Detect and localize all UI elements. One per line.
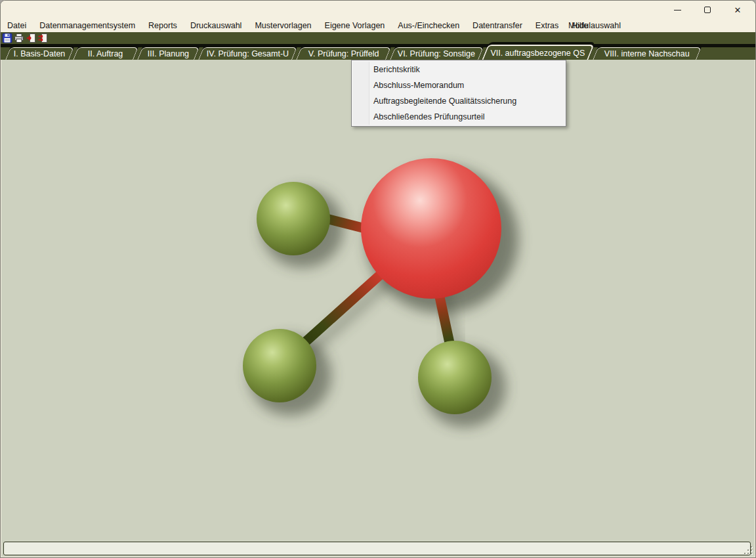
maximize-button[interactable]	[692, 1, 723, 19]
menu-bar: Datei Datenmanagementsystem Reports Druc…	[1, 19, 755, 32]
menu-aus-einchecken[interactable]: Aus-/Einchecken	[391, 19, 466, 32]
tab-auftrag[interactable]: II. Auftrag	[73, 47, 138, 60]
checkin-document-icon	[26, 33, 36, 43]
maximize-icon	[704, 7, 711, 13]
save-button[interactable]	[1, 33, 13, 44]
tab-strip: I. Basis-Daten II. Auftrag III. Planung …	[1, 44, 755, 60]
tab-pruefung-prueffeld[interactable]: V. Prüfung: Prüffeld	[296, 47, 391, 60]
menu-extras[interactable]: Extras	[529, 19, 565, 32]
resize-grip[interactable]	[744, 546, 753, 555]
menu-item-berichtskritik[interactable]: Berichtskritik	[353, 62, 564, 77]
tab-pruefung-sonstige[interactable]: VI. Prüfung: Sonstige	[390, 47, 484, 60]
menu-item-abschluss-memorandum[interactable]: Abschluss-Memorandum	[353, 77, 564, 93]
menu-reports[interactable]: Reports	[142, 19, 184, 32]
close-button[interactable]: ✕	[723, 1, 753, 19]
tab-basis-daten[interactable]: I. Basis-Daten	[5, 47, 74, 60]
menu-eigene-vorlagen[interactable]: Eigene Vorlagen	[318, 19, 392, 32]
menu-item-abschliessendes-pruefungsurteil[interactable]: Abschließendes Prüfungsurteil	[353, 109, 564, 125]
menu-datei[interactable]: Datei	[1, 19, 33, 32]
tab-interne-nachschau[interactable]: VIII. interne Nachschau	[593, 47, 702, 60]
checkin-document-button[interactable]	[25, 33, 37, 44]
save-icon	[2, 33, 12, 43]
tab-auftragsbezogene-qs[interactable]: VII. auftragsbezogene QS	[482, 45, 594, 60]
title-bar: ✕	[1, 1, 755, 19]
close-icon: ✕	[734, 6, 742, 14]
tab-planung[interactable]: III. Planung	[137, 47, 200, 60]
checkin-all-documents-button[interactable]	[37, 33, 49, 44]
menu-mustervorlagen[interactable]: Mustervorlagen	[248, 19, 318, 32]
molecule-illustration	[1, 60, 756, 557]
minimize-button[interactable]	[662, 1, 692, 19]
minimize-icon	[674, 10, 681, 11]
status-bar	[3, 542, 751, 555]
content-area	[1, 60, 755, 557]
toolbar	[1, 32, 755, 44]
checkin-all-documents-icon	[37, 33, 48, 43]
application-window: ✕ Datei Datenmanagementsystem Reports Dr…	[0, 0, 756, 558]
menu-druckauswahl[interactable]: Druckauswahl	[184, 19, 249, 32]
window-controls: ✕	[662, 1, 753, 19]
menu-datentransfer[interactable]: Datentransfer	[466, 19, 529, 32]
tab-pruefung-gesamt-u[interactable]: IV. Prüfung: Gesamt-U	[198, 47, 297, 60]
menu-datenmanagementsystem[interactable]: Datenmanagementsystem	[33, 19, 142, 32]
menu-modulauswahl[interactable]: Modulauswahl	[562, 19, 627, 32]
print-button[interactable]	[13, 33, 25, 44]
tab-context-menu: Berichtskritik Abschluss-Memorandum Auft…	[351, 60, 566, 127]
menu-item-auftragsbegleitende-qualitaetssicherung[interactable]: Auftragsbegleitende Qualitätssicherung	[353, 93, 564, 109]
print-icon	[14, 33, 24, 43]
